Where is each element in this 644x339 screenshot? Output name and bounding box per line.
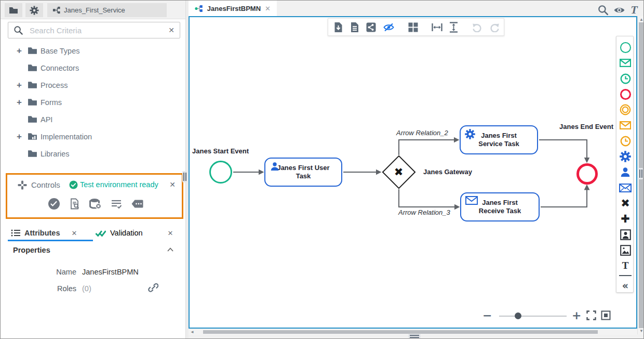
search-clear-icon[interactable]: ✕ <box>168 26 175 34</box>
expand-icon[interactable]: + <box>15 80 23 90</box>
gateway-label[interactable]: Janes Gateway <box>423 168 472 176</box>
flow-label-arrow-relation-2[interactable]: Arrow Relation_2 <box>396 129 448 137</box>
close-icon[interactable]: ✕ <box>168 229 173 237</box>
undo-button[interactable] <box>472 21 482 33</box>
redo-button[interactable] <box>489 21 500 33</box>
search-icon <box>598 5 609 16</box>
zoom-out-button[interactable]: − <box>482 309 492 322</box>
chevron-up-icon[interactable] <box>167 247 174 252</box>
palette-end-event[interactable] <box>616 86 634 102</box>
start-event-label[interactable]: Janes Start Event <box>192 147 249 155</box>
tab-validation[interactable]: Validation ✕ <box>95 226 173 240</box>
hide-labels-button[interactable] <box>383 21 395 33</box>
fullscreen-button[interactable] <box>586 310 596 320</box>
settings-button[interactable] <box>25 3 43 17</box>
palette-intermediate-event[interactable] <box>616 102 634 118</box>
tree-item-libraries[interactable]: Libraries <box>1 145 185 162</box>
grid-icon <box>408 22 418 32</box>
zoom-search-button[interactable] <box>598 4 609 16</box>
fit-view-button[interactable] <box>601 310 611 320</box>
receive-task-node[interactable]: Janes First Receive Task <box>460 192 540 221</box>
zoom-controls: − + <box>480 308 615 324</box>
tab-label: Validation <box>110 229 143 237</box>
tree-item-forms[interactable]: + Forms <box>1 94 185 111</box>
tag-more-button[interactable] <box>130 197 144 211</box>
share-diagram-button[interactable] <box>366 21 376 33</box>
palette-user-task[interactable] <box>616 164 634 180</box>
open-folder-button[interactable] <box>5 3 22 17</box>
export-file-button[interactable] <box>333 21 343 33</box>
editor-tab[interactable]: JanesFirstBPMN ✕ <box>189 1 277 16</box>
palette-collapse-button[interactable]: « <box>616 278 634 293</box>
palette-timer-intermediate-event[interactable] <box>616 133 634 149</box>
panel-tabs: Attributes ✕ Validation ✕ <box>1 226 185 241</box>
service-task-node[interactable]: Janes First Service Task <box>460 125 538 154</box>
document-properties-button[interactable] <box>350 21 359 33</box>
search-box: ✕ <box>8 22 180 38</box>
flow-service-to-end[interactable] <box>539 140 587 158</box>
align-grid-button[interactable] <box>408 21 418 33</box>
same-height-button[interactable] <box>449 21 458 33</box>
double-circle-orange-icon <box>620 104 631 115</box>
end-event-label[interactable]: Janes End Event <box>559 123 613 131</box>
same-width-button[interactable] <box>432 21 442 33</box>
palette-text[interactable]: T <box>616 258 634 273</box>
right-splitter-grip[interactable] <box>638 168 643 179</box>
scroll-left-icon[interactable]: ◄ <box>190 330 194 334</box>
fullscreen-icon <box>586 310 596 320</box>
zoom-slider-thumb[interactable] <box>515 312 521 319</box>
flow-receive-to-end[interactable] <box>541 190 587 207</box>
scroll-down-icon[interactable]: ▼ <box>639 329 643 333</box>
expand-icon[interactable]: + <box>15 46 23 56</box>
tree-item-implementation[interactable]: + Implementation <box>1 128 185 145</box>
gear-blue-icon <box>620 151 631 162</box>
tree-item-process[interactable]: + Process <box>1 76 185 94</box>
link-icon[interactable] <box>148 282 158 293</box>
expand-icon[interactable]: + <box>15 132 23 142</box>
palette-receive-task[interactable] <box>616 180 634 195</box>
close-icon[interactable]: ✕ <box>71 229 77 237</box>
splitter-grip[interactable] <box>182 171 187 182</box>
search-input[interactable] <box>29 25 163 35</box>
clean-data-button[interactable] <box>88 197 103 211</box>
palette-timer-start-event[interactable] <box>616 71 634 86</box>
end-event-node[interactable] <box>576 163 598 185</box>
test-list-button[interactable] <box>109 197 124 211</box>
scroll-up-icon[interactable]: ▲ <box>639 17 643 22</box>
tree-item-connectors[interactable]: Connectors <box>1 59 185 76</box>
flow-arrow-relation-2[interactable] <box>399 140 454 155</box>
start-event-node[interactable] <box>209 161 232 184</box>
flow-arrow-relation-3[interactable] <box>399 189 454 207</box>
tree-item-api[interactable]: API <box>1 111 185 128</box>
palette-start-event[interactable] <box>616 40 634 55</box>
tree-item-base-types[interactable]: + Base Types <box>1 42 185 59</box>
validate-button[interactable] <box>47 197 61 211</box>
palette-message-start-event[interactable] <box>616 55 634 71</box>
zoom-slider[interactable] <box>499 316 567 317</box>
text-mode-button[interactable]: T <box>630 4 638 16</box>
zoom-in-button[interactable]: + <box>572 309 581 322</box>
search-icon <box>14 25 23 35</box>
tab-attributes[interactable]: Attributes ✕ <box>11 226 77 240</box>
preview-button[interactable] <box>613 4 625 16</box>
palette-exclusive-gateway[interactable]: ✖ <box>616 195 634 211</box>
palette-message-intermediate-event[interactable] <box>616 118 634 133</box>
bottom-splitter-grip[interactable] <box>408 334 421 338</box>
close-icon[interactable]: ✕ <box>169 180 176 189</box>
palette-image[interactable] <box>616 242 634 258</box>
flow-label-arrow-relation-3[interactable]: Arrow Relation_3 <box>398 208 450 216</box>
gateway-node[interactable]: ✖ <box>382 155 415 189</box>
diagram-canvas[interactable]: Janes Start Event Janes Gateway Janes En… <box>189 16 637 329</box>
service-tab[interactable]: Janes_First_Service <box>47 3 167 17</box>
controls-buttons <box>7 195 182 213</box>
palette-actor[interactable] <box>616 227 634 242</box>
palette-service-task[interactable] <box>616 149 634 164</box>
folder-chart-icon <box>28 133 37 140</box>
close-icon[interactable]: ✕ <box>265 5 271 12</box>
horizontal-scrollbar-thumb[interactable] <box>203 330 598 334</box>
palette-parallel-gateway[interactable]: ✚ <box>616 211 634 227</box>
audit-document-button[interactable] <box>68 197 82 211</box>
name-value[interactable]: JanesFirstBPMN <box>82 268 139 276</box>
user-task-node[interactable]: Janes First User Task <box>264 158 342 187</box>
expand-icon[interactable]: + <box>15 97 23 108</box>
